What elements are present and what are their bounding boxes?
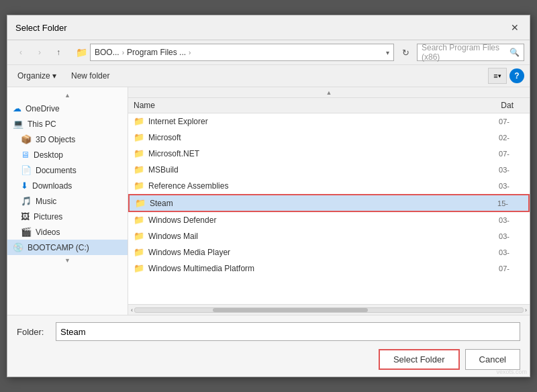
folder-input[interactable] — [56, 322, 520, 341]
file-date: 02- — [476, 134, 509, 142]
file-item-internet-explorer[interactable]: 📁 Internet Explorer 07- — [128, 113, 530, 130]
sidebar-label: Documents — [36, 166, 77, 175]
folder-icon: 📁 — [134, 116, 144, 126]
back-button[interactable]: ‹ — [13, 44, 29, 60]
file-date: 07- — [476, 150, 509, 158]
file-item-steam[interactable]: 📁 Steam 15- — [128, 194, 530, 212]
hscrollbar[interactable]: ‹ › — [128, 304, 530, 315]
pictures-icon: 🖼 — [21, 211, 30, 222]
folder-icon: 📁 — [134, 148, 144, 158]
folder-icon: 📁 — [134, 231, 144, 241]
file-name: Reference Assemblies — [148, 181, 472, 191]
folder-icon: 📁 — [134, 181, 144, 191]
sidebar-item-music[interactable]: 🎵 Music — [7, 193, 128, 209]
folder-icon: 📁 — [134, 164, 144, 175]
scroll-up-indicator[interactable]: ▲ — [128, 87, 530, 98]
sidebar-label: 3D Objects — [36, 135, 75, 144]
bootcamp-icon: 💿 — [13, 242, 23, 252]
up-button[interactable]: ↑ — [50, 44, 66, 60]
file-item-microsoft[interactable]: 📁 Microsoft 02- — [128, 130, 530, 146]
folder-icon: 📁 — [134, 215, 144, 225]
file-date: 07- — [476, 117, 509, 126]
sidebar-label: OneDrive — [26, 104, 60, 113]
new-folder-button[interactable]: New folder — [66, 69, 114, 83]
folder-icon: 📁 — [134, 263, 144, 273]
file-date: 03- — [476, 232, 509, 240]
button-row: Select Folder Cancel — [17, 349, 520, 370]
sidebar-item-onedrive[interactable]: ☁ OneDrive — [7, 101, 128, 116]
music-icon: 🎵 — [21, 196, 32, 206]
sidebar-label: BOOTCAMP (C:) — [28, 243, 89, 252]
address-bar[interactable]: BOO... › Program Files ... › ▾ — [90, 44, 394, 61]
file-date: 07- — [476, 264, 509, 273]
file-name: Internet Explorer — [148, 117, 472, 126]
col-name-header: Name — [134, 101, 480, 110]
sidebar-label: Music — [36, 197, 56, 206]
file-item-windows-media-player[interactable]: 📁 Windows Media Player 03- — [128, 244, 530, 260]
folder-icon: 📁 — [134, 247, 144, 257]
forward-button[interactable]: › — [32, 44, 48, 60]
watermark: vexots.com — [496, 369, 527, 375]
scroll-left-arrow[interactable]: ‹ — [131, 307, 133, 313]
sidebar-item-3dobjects[interactable]: 📦 3D Objects — [7, 132, 128, 147]
file-date: 15- — [475, 199, 508, 207]
file-item-windows-mail[interactable]: 📁 Windows Mail 03- — [128, 228, 530, 244]
sidebar-label: Downloads — [32, 181, 72, 191]
sidebar-item-documents[interactable]: 📄 Documents — [7, 162, 128, 178]
file-name: MSBuild — [148, 165, 472, 175]
3dobjects-icon: 📦 — [21, 134, 32, 144]
file-item-reference-assemblies[interactable]: 📁 Reference Assemblies 03- — [128, 178, 530, 194]
sidebar-item-downloads[interactable]: ⬇ Downloads — [7, 178, 128, 193]
desktop-icon: 🖥 — [21, 150, 30, 160]
view-button[interactable]: ≡ ▾ — [488, 68, 507, 84]
sidebar-label: Pictures — [34, 212, 62, 222]
onedrive-icon: ☁ — [13, 103, 21, 113]
file-name: Microsoft.NET — [148, 149, 472, 158]
search-box[interactable]: Search Program Files (x86) 🔍 — [417, 44, 524, 61]
content-area: ▲ ☁ OneDrive 💻 This PC 📦 3D Objects 🖥 De… — [7, 87, 530, 315]
file-name: Windows Multimedia Platform — [148, 264, 472, 273]
address-part-2: Program Files ... — [127, 48, 186, 57]
help-button[interactable]: ? — [509, 68, 524, 83]
folder-icon: 📁 — [135, 198, 146, 208]
folder-icon: 📁 — [134, 132, 144, 142]
sidebar-label: Videos — [36, 228, 60, 237]
file-item-windows-multimedia[interactable]: 📁 Windows Multimedia Platform 07- — [128, 260, 530, 277]
select-folder-button[interactable]: Select Folder — [379, 349, 460, 370]
sidebar-item-pictures[interactable]: 🖼 Pictures — [7, 209, 128, 224]
organize-button[interactable]: Organize ▾ — [13, 69, 61, 83]
file-date: 03- — [476, 216, 509, 224]
file-item-microsoft-net[interactable]: 📁 Microsoft.NET 07- — [128, 146, 530, 162]
sidebar-item-bootcamp[interactable]: 💿 BOOTCAMP (C:) — [7, 240, 128, 255]
close-button[interactable]: ✕ — [508, 21, 522, 34]
refresh-button[interactable]: ↻ — [397, 44, 414, 61]
toolbar: Organize ▾ New folder ≡ ▾ ? — [7, 65, 530, 87]
hscrollbar-thumb[interactable] — [213, 308, 368, 312]
hscrollbar-track[interactable] — [134, 307, 524, 313]
sidebar-item-thispc[interactable]: 💻 This PC — [7, 116, 128, 132]
search-icon[interactable]: 🔍 — [509, 48, 520, 57]
col-date-header: Dat — [480, 101, 514, 110]
documents-icon: 📄 — [21, 165, 32, 175]
sidebar-item-videos[interactable]: 🎬 Videos — [7, 224, 128, 240]
file-name: Windows Mail — [148, 232, 472, 241]
file-item-msbuild[interactable]: 📁 MSBuild 03- — [128, 162, 530, 178]
sidebar-scroll-down-icon[interactable]: ▼ — [64, 257, 70, 264]
sidebar-item-desktop[interactable]: 🖥 Desktop — [7, 147, 128, 162]
cancel-button[interactable]: Cancel — [465, 349, 520, 370]
file-list: 📁 Internet Explorer 07- 📁 Microsoft 02- … — [128, 113, 530, 304]
select-folder-dialog: Select Folder ✕ ‹ › ↑ 📁 BOO... › Program… — [7, 15, 530, 377]
folder-icon: 📁 — [76, 47, 87, 58]
col-scroll-header — [514, 101, 524, 110]
nav-bar: ‹ › ↑ 📁 BOO... › Program Files ... › ▾ ↻… — [7, 40, 530, 65]
address-dropdown[interactable]: ▾ — [386, 49, 389, 56]
view-dropdown-icon: ▾ — [498, 72, 501, 79]
file-item-windows-defender[interactable]: 📁 Windows Defender 03- — [128, 212, 530, 228]
scroll-right-arrow[interactable]: › — [525, 307, 527, 313]
address-sep-1: › — [122, 49, 124, 56]
toolbar-right: ≡ ▾ ? — [488, 68, 524, 84]
file-date: 03- — [476, 166, 509, 174]
sidebar-scroll-up-icon[interactable]: ▲ — [64, 92, 70, 99]
sidebar-label: This PC — [28, 119, 56, 129]
folder-row: Folder: — [17, 322, 520, 341]
